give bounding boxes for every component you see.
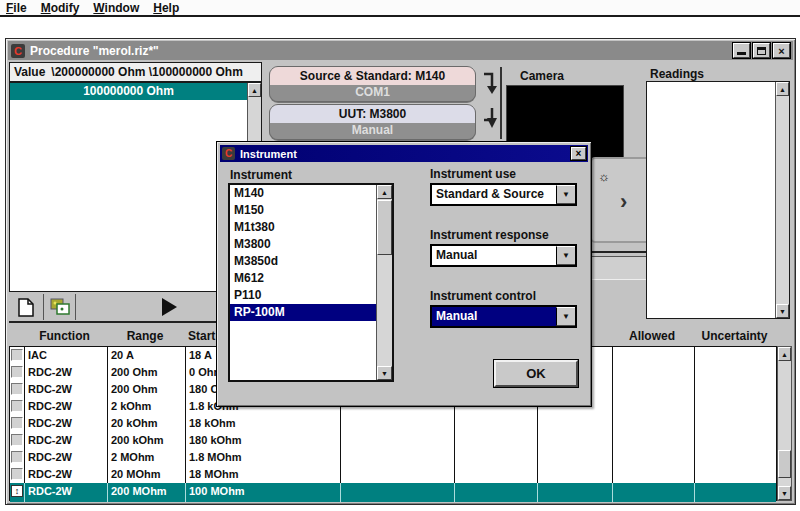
table-cell[interactable]: 180 kOhm [185, 432, 340, 449]
table-cell[interactable] [537, 415, 612, 432]
table-cell[interactable] [694, 398, 776, 415]
camera-control-button[interactable]: ☼ › [590, 157, 654, 243]
table-cell[interactable]: 100 MOhm [185, 483, 340, 502]
instrument-item[interactable]: M140 [230, 185, 376, 202]
close-button[interactable]: × [773, 43, 790, 58]
table-cell[interactable]: 18 MOhm [185, 466, 340, 483]
uut-button[interactable]: UUT: M3800 Manual [269, 104, 476, 140]
source-standard-button[interactable]: Source & Standard: M140 COM1 [269, 66, 476, 102]
table-cell[interactable] [340, 483, 454, 502]
table-row[interactable]: RDC-2W20 MOhm18 MOhm [10, 466, 776, 483]
dropdown-button[interactable]: ▼ [556, 246, 575, 265]
table-cell[interactable] [537, 449, 612, 466]
table-cell[interactable] [694, 415, 776, 432]
minimize-button[interactable] [733, 43, 750, 58]
table-cell[interactable]: RDC-2W [24, 364, 107, 381]
scroll-down-button[interactable]: ▼ [377, 366, 392, 380]
instrument-item[interactable]: P110 [230, 287, 376, 304]
table-cell[interactable]: 2 MOhm [107, 449, 185, 466]
table-cell[interactable] [612, 364, 694, 381]
table-cell[interactable]: RDC-2W [24, 415, 107, 432]
instrument-use-select[interactable]: Standard & Source ▼ [430, 183, 577, 206]
table-cell[interactable]: 20 MOhm [107, 466, 185, 483]
row-selector-updown-icon[interactable]: ↕ [11, 485, 23, 497]
table-cell[interactable] [694, 381, 776, 398]
table-cell[interactable] [537, 483, 612, 502]
table-cell[interactable] [694, 483, 776, 502]
table-row[interactable]: RDC-2W200 kOhm180 kOhm [10, 432, 776, 449]
table-cell[interactable]: RDC-2W [24, 466, 107, 483]
table-cell[interactable] [612, 432, 694, 449]
instrument-control-select[interactable]: Manual ▼ [430, 305, 577, 328]
value-list-selected-item[interactable]: 100000000 Ohm [10, 83, 247, 100]
scrollbar-thumb[interactable] [377, 200, 392, 255]
menu-item-help[interactable]: Help [153, 1, 179, 15]
instrument-listbox[interactable]: M140M150M1t380M3800M3850dM612P110RP-100M… [228, 183, 394, 382]
table-cell[interactable]: RDC-2W [24, 381, 107, 398]
scroll-down-button[interactable]: ▼ [776, 304, 789, 318]
table-cell[interactable] [340, 415, 454, 432]
column-header-allowed[interactable]: Allowed [611, 329, 693, 344]
column-header-range[interactable]: Range [106, 329, 184, 344]
table-cell[interactable]: 1.8 MOhm [185, 449, 340, 466]
instrument-response-select[interactable]: Manual ▼ [430, 244, 577, 267]
dialog-close-button[interactable]: × [571, 147, 586, 160]
instrument-item[interactable]: M3800 [230, 236, 376, 253]
dialog-titlebar[interactable]: C Instrument × [220, 145, 588, 162]
row-selector-box[interactable] [11, 417, 23, 429]
window-titlebar[interactable]: C Procedure "merol.riz*" × [8, 41, 793, 60]
table-cell[interactable]: RDC-2W [24, 432, 107, 449]
table-cell[interactable]: RDC-2W [24, 483, 107, 502]
scroll-up-button[interactable]: ▲ [377, 185, 392, 199]
readings-list[interactable]: ▲ ▼ [646, 81, 790, 319]
instrument-item[interactable]: M612 [230, 270, 376, 287]
column-header-uncertainty[interactable]: Uncertainty [693, 329, 776, 344]
menu-item-file[interactable]: File [6, 1, 27, 15]
table-cell[interactable] [694, 466, 776, 483]
row-selector-box[interactable] [11, 366, 23, 378]
dropdown-button[interactable]: ▼ [556, 307, 575, 326]
table-cell[interactable]: 18 kOhm [185, 415, 340, 432]
instrument-item[interactable]: M1t380 [230, 219, 376, 236]
row-selector-box[interactable] [11, 434, 23, 446]
scroll-down-button[interactable]: ▼ [778, 486, 791, 500]
scrollbar-thumb[interactable] [778, 450, 791, 478]
scroll-up-button[interactable]: ▲ [776, 82, 789, 96]
menu-item-modify[interactable]: Modify [41, 1, 80, 15]
instrument-item[interactable]: M3850d [230, 253, 376, 270]
table-cell[interactable]: IAC [24, 347, 107, 364]
table-cell[interactable] [694, 347, 776, 364]
row-selector-box[interactable] [11, 383, 23, 395]
row-selector-box[interactable] [11, 451, 23, 463]
table-row[interactable]: RDC-2W20 kOhm18 kOhm [10, 415, 776, 432]
table-cell[interactable] [612, 466, 694, 483]
new-document-button[interactable] [13, 295, 39, 319]
row-selector-box[interactable] [11, 400, 23, 412]
value-field[interactable]: Value \200000000 Ohm \100000000 Ohm [9, 62, 262, 82]
table-cell[interactable]: 20 A [107, 347, 185, 364]
table-cell[interactable]: RDC-2W [24, 449, 107, 466]
instrument-item[interactable]: M150 [230, 202, 376, 219]
images-button[interactable] [47, 295, 73, 319]
table-cell[interactable]: 200 Ohm [107, 381, 185, 398]
table-cell[interactable]: 2 kOhm [107, 398, 185, 415]
table-cell[interactable] [612, 381, 694, 398]
menu-item-window[interactable]: Window [93, 1, 139, 15]
row-selector-box[interactable] [11, 349, 23, 361]
column-header-start[interactable]: Start [188, 329, 215, 344]
scroll-up-button[interactable]: ▲ [778, 347, 791, 361]
scroll-up-button[interactable]: ▲ [248, 83, 261, 97]
table-cell[interactable] [454, 483, 537, 502]
table-cell[interactable] [454, 432, 537, 449]
table-cell[interactable]: 200 MOhm [107, 483, 185, 502]
table-scrollbar[interactable]: ▲ ▼ [777, 346, 792, 501]
table-cell[interactable] [537, 466, 612, 483]
table-row[interactable]: ↕RDC-2W200 MOhm100 MOhm [10, 483, 776, 502]
table-cell[interactable] [694, 432, 776, 449]
maximize-button[interactable] [753, 43, 770, 58]
table-cell[interactable]: 20 kOhm [107, 415, 185, 432]
table-cell[interactable] [612, 415, 694, 432]
row-selector-box[interactable] [11, 468, 23, 480]
table-cell[interactable] [612, 449, 694, 466]
dropdown-button[interactable]: ▼ [556, 185, 575, 204]
